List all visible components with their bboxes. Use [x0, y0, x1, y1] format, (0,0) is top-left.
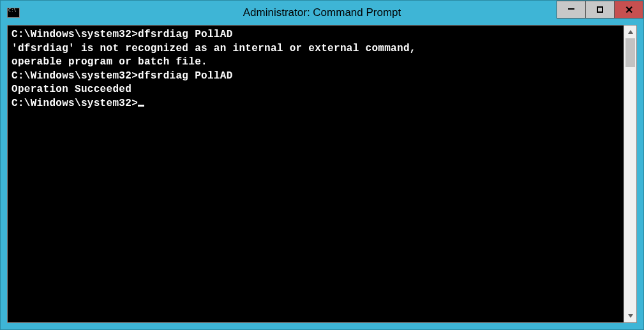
terminal-line: C:\Windows\system32>dfsrdiag PollAD: [11, 70, 620, 84]
minimize-button[interactable]: [557, 1, 586, 19]
app-icon-text: C:\: [8, 8, 17, 13]
maximize-icon: [597, 6, 603, 13]
terminal-line: C:\Windows\system32>dfsrdiag PollAD: [11, 28, 620, 42]
cursor: [138, 105, 144, 107]
maximize-button[interactable]: [585, 1, 615, 19]
svg-marker-1: [628, 314, 633, 318]
terminal-line: Operation Succeeded: [11, 83, 620, 97]
app-icon: C:\: [7, 8, 20, 18]
close-button[interactable]: ✕: [614, 1, 643, 19]
scroll-down-arrow[interactable]: [624, 310, 636, 322]
scroll-track[interactable]: [624, 38, 636, 310]
terminal-line: 'dfsrdiag' is not recognized as an inter…: [11, 42, 620, 56]
svg-marker-0: [628, 30, 633, 34]
terminal-line: C:\Windows\system32>: [11, 97, 620, 111]
minimize-icon: [568, 8, 574, 10]
vertical-scrollbar[interactable]: [624, 26, 636, 322]
scroll-up-arrow[interactable]: [624, 26, 636, 38]
window-title: Administrator: Command Prompt: [1, 6, 643, 19]
close-icon: ✕: [625, 4, 633, 16]
scroll-thumb[interactable]: [625, 38, 635, 67]
terminal-output[interactable]: C:\Windows\system32>dfsrdiag PollAD'dfsr…: [8, 26, 624, 322]
titlebar[interactable]: C:\ Administrator: Command Prompt ✕: [1, 1, 643, 25]
content-area: C:\Windows\system32>dfsrdiag PollAD'dfsr…: [7, 25, 637, 323]
window-controls: ✕: [557, 1, 643, 20]
window-frame: C:\ Administrator: Command Prompt ✕ C:\W…: [0, 0, 644, 330]
terminal-line: operable program or batch file.: [11, 56, 620, 70]
